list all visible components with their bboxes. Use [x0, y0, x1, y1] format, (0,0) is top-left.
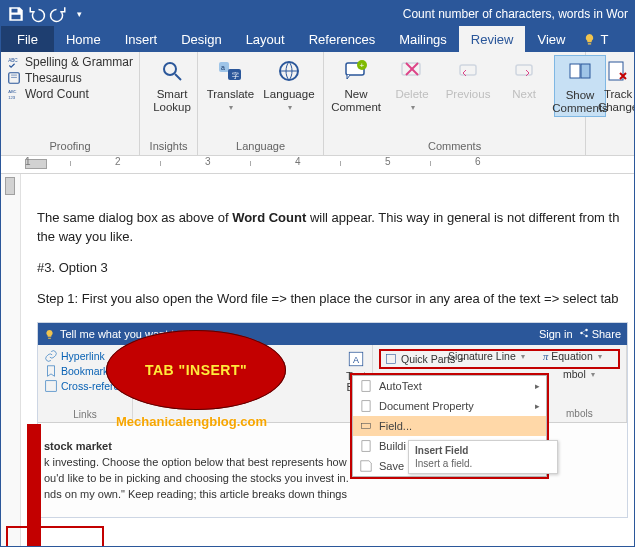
- horizontal-ruler[interactable]: 1 2 3 4 5 6: [1, 156, 634, 174]
- share-label: Share: [592, 328, 621, 340]
- dropdown-field[interactable]: Field...: [353, 416, 546, 436]
- track-changes-button[interactable]: Track Change: [592, 55, 634, 115]
- qat-dropdown-icon[interactable]: ▾: [70, 5, 88, 23]
- new-comment-label: New Comment: [331, 88, 381, 113]
- symbol-button-partial[interactable]: mbol▾: [563, 368, 595, 380]
- tab-references[interactable]: References: [297, 26, 387, 52]
- svg-point-28: [585, 335, 588, 338]
- previous-icon: [456, 57, 480, 85]
- title-bar: ▾ Count number of characters, words in W…: [1, 1, 634, 26]
- field-icon: [359, 419, 373, 433]
- paragraph[interactable]: The same dialog box as above of Word Cou…: [37, 209, 626, 247]
- undo-icon[interactable]: [28, 5, 46, 23]
- paragraph[interactable]: Step 1: First you also open the Word fil…: [37, 290, 626, 309]
- svg-rect-35: [361, 424, 370, 429]
- thesaurus-button[interactable]: Thesaurus: [7, 71, 133, 85]
- hyperlink-label: Hyperlink: [61, 350, 105, 362]
- tab-file[interactable]: File: [1, 26, 54, 52]
- links-group-label: Links: [44, 409, 126, 420]
- redo-icon[interactable]: [49, 5, 67, 23]
- tooltip-title: Insert Field: [415, 445, 551, 456]
- svg-rect-22: [516, 65, 532, 75]
- text-run: will appear. This way in general is not …: [306, 210, 619, 225]
- vertical-ruler[interactable]: [1, 174, 21, 547]
- ruler-mark: 6: [475, 156, 565, 167]
- svg-rect-32: [386, 354, 395, 363]
- docprop-label: Document Property: [379, 400, 474, 412]
- svg-rect-23: [570, 64, 580, 78]
- spelling-grammar-button[interactable]: ABC Spelling & Grammar: [7, 55, 133, 69]
- document-area[interactable]: The same dialog box as above of Word Cou…: [1, 174, 634, 547]
- tab-view[interactable]: View: [525, 26, 577, 52]
- new-comment-button[interactable]: + New Comment: [330, 55, 382, 117]
- svg-rect-0: [12, 8, 18, 12]
- ruler-marks: 1 2 3 4 5 6: [25, 156, 565, 167]
- textbox-icon: A: [347, 349, 365, 369]
- group-proofing: ABC Spelling & Grammar Thesaurus ABC123 …: [1, 52, 140, 155]
- svg-text:ABC: ABC: [8, 89, 16, 94]
- dropdown-docproperty[interactable]: Document Property▸: [353, 396, 546, 416]
- next-comment-button: Next: [498, 55, 550, 117]
- equation-button[interactable]: π Equation▾: [543, 350, 602, 362]
- save-icon[interactable]: [7, 5, 25, 23]
- tab-strip: File Home Insert Design Layout Reference…: [1, 26, 634, 52]
- smart-lookup-button[interactable]: Smart Lookup: [146, 55, 198, 115]
- symbol-label: mbol: [563, 368, 586, 380]
- group-comments: + New Comment Delete ▾ Previous Next Sho…: [324, 52, 586, 155]
- svg-text:A: A: [353, 355, 359, 365]
- tell-me-label: T: [600, 32, 608, 47]
- callout-tab-insert: TAB "INSERT": [106, 330, 286, 410]
- group-insights: Smart Lookup Insights: [140, 52, 198, 155]
- text-run: ou'd like to be in picking and choosing …: [44, 471, 417, 487]
- tab-insert[interactable]: Insert: [113, 26, 170, 52]
- tab-home[interactable]: Home: [54, 26, 113, 52]
- chevron-down-icon: ▾: [229, 103, 233, 112]
- equation-label: Equation: [551, 350, 592, 362]
- document-title: Count number of characters, words in Wor: [88, 7, 634, 21]
- group-language: a字 Translate ▾ Language ▾ Language: [198, 52, 324, 155]
- text-run: the way you like.: [37, 229, 133, 244]
- spelling-label: Spelling & Grammar: [25, 55, 133, 69]
- signature-label: Signature Line: [448, 350, 516, 362]
- crossref-icon: [44, 379, 58, 393]
- signature-line-button[interactable]: Signature Line▾: [448, 350, 525, 362]
- group-insights-label: Insights: [146, 138, 191, 155]
- svg-text:a: a: [221, 64, 225, 71]
- svg-rect-21: [460, 65, 476, 75]
- tab-mailings[interactable]: Mailings: [387, 26, 459, 52]
- bulb-icon: [44, 329, 55, 340]
- autotext-label: AutoText: [379, 380, 422, 392]
- text-run: k investing. Choose the option below tha…: [44, 455, 417, 471]
- svg-point-26: [585, 329, 588, 332]
- track-changes-label: Track Change: [598, 88, 634, 113]
- globe-icon: [277, 57, 301, 85]
- delete-comment-button: Delete ▾: [386, 55, 438, 117]
- signin-link[interactable]: Sign in: [539, 328, 573, 340]
- tab-review[interactable]: Review: [459, 26, 526, 52]
- group-language-label: Language: [204, 138, 317, 155]
- tell-me[interactable]: T: [577, 26, 608, 52]
- tab-design[interactable]: Design: [169, 26, 233, 52]
- svg-text:ABC: ABC: [8, 58, 18, 63]
- svg-rect-3: [9, 73, 20, 84]
- previous-label: Previous: [446, 88, 491, 100]
- symbols-group-label: mbols: [566, 408, 593, 419]
- language-label: Language: [263, 88, 314, 100]
- document-content[interactable]: The same dialog box as above of Word Cou…: [37, 209, 626, 320]
- language-button[interactable]: Language ▾: [261, 55, 317, 114]
- watermark: Mechanicalengblog.com: [116, 414, 267, 429]
- share-button[interactable]: Share: [579, 328, 621, 340]
- tab-layout[interactable]: Layout: [234, 26, 297, 52]
- paragraph-heading[interactable]: #3. Option 3: [37, 259, 626, 278]
- dropdown-autotext[interactable]: AutoText▸: [353, 376, 546, 396]
- group-comments-label: Comments: [330, 138, 579, 155]
- link-icon: [44, 349, 58, 363]
- bulb-icon: [583, 33, 596, 46]
- word-count-button[interactable]: ABC123 Word Count: [7, 87, 133, 101]
- svg-text:123: 123: [8, 95, 16, 100]
- svg-point-8: [164, 63, 176, 75]
- doc-icon: [359, 379, 373, 393]
- translate-button[interactable]: a字 Translate ▾: [204, 55, 257, 114]
- group-tracking: Track Change: [586, 52, 634, 155]
- svg-rect-34: [362, 401, 370, 412]
